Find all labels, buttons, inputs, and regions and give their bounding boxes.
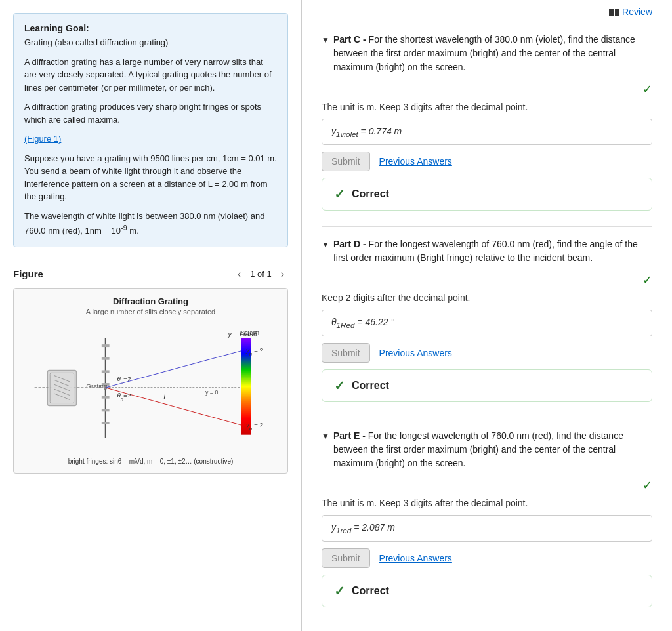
- figure-section: Figure ‹ 1 of 1 › Diffraction Grating A …: [13, 267, 288, 474]
- part-d-arrow: ▼: [322, 239, 329, 251]
- svg-text:θn=?: θn=?: [117, 392, 131, 402]
- part-d-instruction: Keep 2 digits after the decimal point.: [322, 293, 652, 303]
- diffraction-diagram-svg: y = Ltanθ Grating: [22, 321, 280, 452]
- part-d-correct-box: ✓ Correct: [322, 369, 652, 402]
- diagram-title: Diffraction Grating: [22, 296, 280, 306]
- part-c-submit-button[interactable]: Submit: [322, 152, 370, 171]
- review-link-container: Review: [322, 0, 652, 22]
- figure-nav: ‹ 1 of 1 ›: [234, 267, 288, 281]
- part-d-correct-checkmark: ✓: [334, 378, 345, 394]
- part-d-header: ▼ Part D - For the longest wavelength of…: [322, 237, 652, 265]
- part-e-submit-button[interactable]: Submit: [322, 548, 370, 568]
- part-d-top-check: ✓: [322, 273, 652, 287]
- part-c-correct-checkmark: ✓: [334, 186, 345, 202]
- figure-label: Figure: [13, 268, 43, 279]
- part-c-submit-row: Submit Previous Answers: [322, 152, 652, 171]
- figure-header: Figure ‹ 1 of 1 ›: [13, 267, 288, 281]
- svg-rect-7: [102, 409, 110, 411]
- svg-rect-24: [50, 373, 74, 403]
- part-c-description: For the shortest wavelength of 380.0 nm …: [333, 34, 635, 72]
- part-c-section: ▼ Part C - For the shortest wavelength o…: [322, 22, 652, 211]
- svg-text:Grating: Grating: [86, 382, 107, 390]
- part-e-correct-checkmark: ✓: [334, 583, 345, 599]
- part-e-description: For the longest wavelength of 760.0 nm (…: [333, 430, 623, 468]
- svg-text:L: L: [163, 392, 167, 400]
- part-c-top-check: ✓: [322, 82, 652, 96]
- review-label: Review: [622, 7, 652, 17]
- figure-1-link[interactable]: (Figure 1): [24, 134, 61, 144]
- learning-goal-title: Learning Goal:: [24, 23, 277, 33]
- part-c-header: ▼ Part C - For the shortest wavelength o…: [322, 33, 652, 74]
- part-d-description: For the longest wavelength of 760.0 nm (…: [333, 239, 638, 263]
- right-panel: Review ▼ Part C - For the shortest wavel…: [302, 0, 672, 631]
- part-c-prev-answers-link[interactable]: Previous Answers: [379, 156, 452, 167]
- learning-goal-box: Learning Goal: Grating (also called diff…: [13, 13, 288, 247]
- part-d-answer-field: θ1Red = 46.22 °: [322, 310, 652, 336]
- part-e-correct-box: ✓ Correct: [322, 575, 652, 607]
- svg-rect-3: [102, 357, 110, 360]
- part-c-answer-field: y1violet = 0.774 m: [322, 119, 652, 146]
- diagram-subtitle: A large number of slits closely separate…: [22, 308, 280, 316]
- lg-para-5: The wavelength of white light is between…: [24, 210, 277, 237]
- part-c-instruction: The unit is m. Keep 3 digits after the d…: [322, 102, 652, 112]
- svg-rect-8: [102, 422, 110, 424]
- part-e-section: ▼ Part E - For the longest wavelength of…: [322, 418, 652, 607]
- part-e-field-value: 2.087 m: [362, 522, 395, 533]
- part-e-header: ▼ Part E - For the longest wavelength of…: [322, 429, 652, 470]
- part-c-label: Part C -: [333, 34, 366, 45]
- part-e-instruction: The unit is m. Keep 3 digits after the d…: [322, 498, 652, 508]
- part-e-correct-label: Correct: [352, 585, 389, 597]
- review-link[interactable]: Review: [609, 7, 652, 17]
- part-d-submit-row: Submit Previous Answers: [322, 343, 652, 363]
- svg-rect-2: [102, 344, 110, 347]
- part-c-arrow: ▼: [322, 34, 329, 46]
- part-d-field-value: 46.22 °: [365, 317, 394, 327]
- part-d-section: ▼ Part D - For the longest wavelength of…: [322, 226, 652, 402]
- part-e-submit-row: Submit Previous Answers: [322, 548, 652, 568]
- figure-diagram: Diffraction Grating A large number of sl…: [13, 288, 288, 474]
- part-c-correct-label: Correct: [352, 188, 389, 200]
- part-d-label: Part D -: [333, 239, 366, 249]
- figure-page: 1 of 1: [250, 269, 272, 279]
- svg-text:y = 0: y = 0: [205, 389, 218, 396]
- lg-para-1: A diffraction grating has a large number…: [24, 56, 277, 94]
- left-panel: Learning Goal: Grating (also called diff…: [0, 0, 302, 631]
- part-e-answer-field: y1red = 2.087 m: [322, 515, 652, 542]
- part-c-field-value: 0.774 m: [369, 126, 402, 136]
- part-e-top-check: ✓: [322, 478, 652, 493]
- part-e-label: Part E -: [333, 430, 366, 441]
- part-c-field-var: y1violet =: [331, 126, 369, 136]
- figure-link-para: (Figure 1): [24, 132, 277, 146]
- svg-text:Screen: Screen: [241, 329, 259, 336]
- lg-para-2: A diffraction grating produces very shar…: [24, 100, 277, 126]
- figure-next-button[interactable]: ›: [277, 267, 288, 281]
- part-d-field-var: θ1Red =: [331, 317, 365, 327]
- learning-goal-subtitle: Grating (also called diffraction grating…: [24, 36, 277, 49]
- part-d-submit-button[interactable]: Submit: [322, 343, 370, 363]
- figure-prev-button[interactable]: ‹: [234, 267, 245, 281]
- part-e-field-var: y1red =: [331, 522, 362, 533]
- part-e-arrow: ▼: [322, 430, 329, 442]
- part-e-prev-answers-link[interactable]: Previous Answers: [379, 553, 452, 563]
- part-c-correct-box: ✓ Correct: [322, 178, 652, 211]
- lg-para-4: Suppose you have a grating with 9500 lin…: [24, 152, 277, 203]
- part-d-prev-answers-link[interactable]: Previous Answers: [379, 348, 452, 358]
- svg-rect-4: [102, 370, 110, 373]
- svg-rect-6: [102, 396, 110, 399]
- bright-fringes-label: bright fringes: sinθ = mλ/d, m = 0, ±1, …: [22, 458, 280, 465]
- review-icon: [609, 9, 620, 16]
- part-d-correct-label: Correct: [352, 380, 389, 392]
